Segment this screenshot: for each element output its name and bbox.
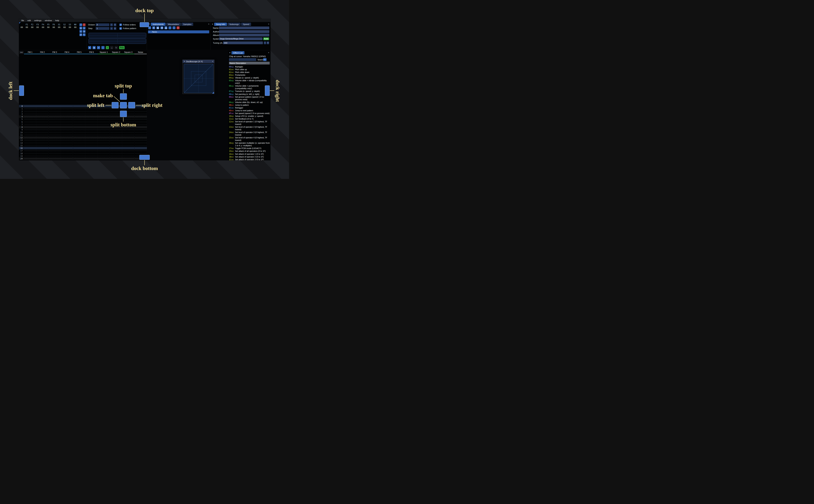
pattern-cell[interactable] <box>73 136 85 139</box>
pattern-cell[interactable] <box>85 144 98 147</box>
oscilloscope-titlebar[interactable]: ▼ Oscilloscope (X-Y) × <box>183 60 214 63</box>
pattern-cell[interactable] <box>61 113 73 115</box>
pattern-cell[interactable] <box>48 142 61 144</box>
pattern-cell[interactable] <box>48 123 61 126</box>
pattern-cell[interactable] <box>122 149 135 152</box>
pattern-cell[interactable] <box>110 136 122 139</box>
pattern-cell[interactable] <box>36 149 49 152</box>
pattern-cell[interactable] <box>134 126 147 128</box>
channel-header-fm-3[interactable]: FM 3 <box>48 51 61 54</box>
play-button[interactable]: ► <box>88 46 91 49</box>
pattern-cell[interactable] <box>134 113 147 115</box>
move-instrument-up-button[interactable]: ↑ <box>168 26 171 29</box>
menu-item-settings[interactable]: settings <box>32 19 43 22</box>
change-all-orders-button[interactable]: ⇄ <box>79 33 82 36</box>
pattern-cell[interactable] <box>122 118 135 120</box>
order-cell[interactable]: 00 <box>35 26 40 29</box>
channel-header-fm-2[interactable]: FM 2 <box>36 51 49 54</box>
pattern-cell[interactable] <box>122 155 135 157</box>
tab-wavetables[interactable]: Wavetables <box>166 23 181 26</box>
tab-samples[interactable]: Samples <box>181 23 193 26</box>
pattern-cell[interactable] <box>24 136 36 139</box>
channel-header-fm-1[interactable]: FM 1 <box>24 51 36 54</box>
pattern-cell[interactable] <box>61 142 73 144</box>
octave-decrease-button[interactable]: − <box>110 23 113 26</box>
close-icon[interactable]: × <box>268 52 269 54</box>
pattern-cell[interactable] <box>36 157 49 160</box>
pattern-cell[interactable] <box>24 126 36 128</box>
pattern-cell[interactable] <box>98 149 110 152</box>
pattern-cell[interactable] <box>122 160 135 160</box>
pattern-cell[interactable] <box>110 139 122 141</box>
auto-button[interactable]: Auto <box>263 37 269 40</box>
pattern-cell[interactable] <box>61 126 73 128</box>
channel-header-noise[interactable]: Noise <box>134 51 147 54</box>
collapse-icon[interactable]: ▼ <box>212 23 213 25</box>
duplicate-order-button[interactable]: ⧉ <box>79 27 82 29</box>
pattern-cell[interactable] <box>134 149 147 152</box>
dock-target-left[interactable] <box>19 85 24 96</box>
pattern-cell[interactable] <box>36 155 49 157</box>
pattern-cell[interactable] <box>61 131 73 134</box>
effect-search-input[interactable] <box>229 58 256 61</box>
pattern-cell[interactable] <box>110 144 122 147</box>
pattern-cell[interactable] <box>48 128 61 131</box>
pattern-cell[interactable] <box>24 131 36 134</box>
pattern-cell[interactable] <box>85 160 98 160</box>
pattern-cell[interactable] <box>73 149 85 152</box>
pattern-cell[interactable] <box>98 155 110 157</box>
remove-order-button[interactable]: − <box>83 23 85 26</box>
pattern-cell[interactable] <box>85 110 98 113</box>
pattern-cell[interactable] <box>61 152 73 155</box>
pattern-cell[interactable] <box>24 115 36 118</box>
duplicate-instrument-button[interactable]: ⧉ <box>152 26 155 29</box>
pattern-cell[interactable] <box>98 113 110 115</box>
pattern-cell[interactable] <box>73 147 85 149</box>
pattern-cell[interactable] <box>48 134 61 136</box>
pattern-cell[interactable] <box>98 142 110 144</box>
pattern-cell[interactable] <box>61 149 73 152</box>
pattern-cell[interactable] <box>48 147 61 149</box>
pattern-cell[interactable] <box>98 110 110 113</box>
order-cell[interactable]: 00 <box>73 26 78 29</box>
step-field[interactable]: 1 <box>96 27 109 30</box>
pattern-cell[interactable] <box>61 118 73 120</box>
split-target-bottom[interactable] <box>120 111 127 117</box>
pattern-cell[interactable] <box>24 128 36 131</box>
pattern-cell[interactable] <box>73 142 85 144</box>
pattern-cell[interactable] <box>98 118 110 120</box>
pattern-cell[interactable] <box>122 144 135 147</box>
close-icon[interactable]: × <box>212 60 213 63</box>
pattern-cell[interactable] <box>48 139 61 141</box>
pattern-cell[interactable] <box>98 144 110 147</box>
pattern-cell[interactable] <box>122 157 135 160</box>
pattern-cell[interactable] <box>134 123 147 126</box>
pattern-cell[interactable] <box>73 131 85 134</box>
pattern-cell[interactable] <box>36 113 49 115</box>
pattern-cell[interactable] <box>36 152 49 155</box>
pattern-cell[interactable] <box>73 128 85 131</box>
instrument-folders-button[interactable] <box>164 26 167 29</box>
pattern-cell[interactable] <box>73 155 85 157</box>
pattern-cell[interactable] <box>122 131 135 134</box>
pattern-cell[interactable] <box>85 128 98 131</box>
pattern-cell[interactable] <box>73 107 85 110</box>
pattern-cell[interactable] <box>36 144 49 147</box>
pattern-cell[interactable] <box>24 155 36 157</box>
split-target-left[interactable] <box>112 102 118 108</box>
pattern-cell[interactable] <box>98 128 110 131</box>
pattern-cell[interactable] <box>73 160 85 160</box>
split-target-top[interactable] <box>120 93 127 100</box>
pattern-cell[interactable] <box>48 115 61 118</box>
pattern-cell[interactable] <box>134 152 147 155</box>
pattern-cell[interactable] <box>110 128 122 131</box>
pattern-cell[interactable] <box>24 134 36 136</box>
make-tab-target[interactable] <box>120 102 127 108</box>
pattern-cell[interactable] <box>122 142 135 144</box>
save-instrument-button[interactable] <box>160 26 163 29</box>
pattern-cell[interactable] <box>85 126 98 128</box>
pattern-cell[interactable] <box>24 123 36 126</box>
pattern-cell[interactable] <box>36 110 49 113</box>
tab-effect-list[interactable]: Effect List <box>231 51 244 54</box>
pattern-cell[interactable] <box>61 107 73 110</box>
